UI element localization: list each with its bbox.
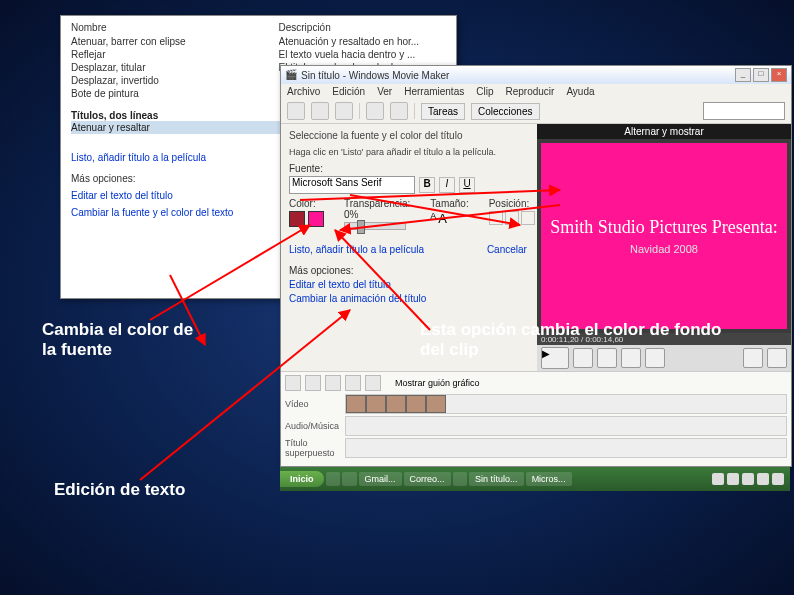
list-item[interactable]: Reflejar [71,48,239,61]
show-storyboard-button[interactable]: Mostrar guión gráfico [395,378,480,388]
window-title: Sin título - Windows Movie Maker [301,70,449,81]
taskbar-item[interactable] [453,472,468,486]
tray-icon[interactable] [742,473,754,485]
task-subtext: Haga clic en 'Listo' para añadir el títu… [289,147,529,157]
preview-line2: Navidad 2008 [630,243,698,255]
menubar: Archivo Edición Ver Herramientas Clip Re… [281,84,791,99]
system-tray [706,471,790,487]
edit-text-option-link[interactable]: Editar el texto del título [289,279,529,290]
list-item[interactable]: Desplazar, titular [71,61,239,74]
video-track[interactable] [345,394,787,414]
col-header-name: Nombre [71,22,239,33]
annotation-edit-text: Edición de texto [54,480,254,500]
save-icon[interactable] [335,102,353,120]
clip-thumb[interactable] [406,395,426,413]
list-item[interactable]: Desplazar, invertido [71,74,239,87]
redo-icon[interactable] [390,102,408,120]
done-link[interactable]: Listo, añadir título a la película [289,244,424,255]
size-increase-icon[interactable]: A [438,211,447,226]
tl-tool-icon[interactable] [365,375,381,391]
col-header-desc: Descripción [279,22,447,33]
zoom-in-icon[interactable] [285,375,301,391]
preview-line1: Smith Studio Pictures Presenta: [550,217,778,239]
size-decrease-icon[interactable]: A [430,211,436,226]
clip-thumb[interactable] [346,395,366,413]
tl-tool-icon[interactable] [345,375,361,391]
menu-item[interactable]: Reproducir [505,86,554,97]
open-icon[interactable] [311,102,329,120]
tray-icon[interactable] [772,473,784,485]
list-item: El texto vuela hacia dentro y ... [279,48,447,61]
taskbar-item[interactable]: Correo... [404,472,451,486]
align-center-icon[interactable] [505,211,519,225]
bg-color-swatch[interactable] [308,211,324,227]
change-animation-option-link[interactable]: Cambiar la animación del título [289,293,529,304]
tl-tool-icon[interactable] [325,375,341,391]
menu-item[interactable]: Ayuda [566,86,594,97]
timeline: Mostrar guión gráfico Vídeo Audio/Música… [281,371,791,466]
snapshot-button[interactable] [767,348,787,368]
tasks-button[interactable]: Tareas [421,103,465,120]
start-button[interactable]: Inicio [280,471,324,487]
size-label: Tamaño: [430,198,468,209]
overlay-track-label: Título superpuesto [285,438,345,458]
align-right-icon[interactable] [521,211,535,225]
taskbar-item[interactable]: Micros... [526,472,572,486]
window-titlebar[interactable]: 🎬 Sin título - Windows Movie Maker _ □ × [281,66,791,84]
clip-thumb[interactable] [426,395,446,413]
preview-screen: Smith Studio Pictures Presenta: Navidad … [541,143,787,329]
underline-button[interactable]: U [459,177,475,193]
maximize-button[interactable]: □ [753,68,769,82]
menu-item[interactable]: Herramientas [404,86,464,97]
split-button[interactable] [743,348,763,368]
zoom-out-icon[interactable] [305,375,321,391]
taskbar-item[interactable] [326,472,341,486]
annotation-change-font-color: Cambia el color de la fuente [42,320,212,361]
windows-taskbar: Inicio Gmail... Correo... Sin título... … [280,467,790,491]
toolbar: Tareas Colecciones [281,99,791,124]
undo-icon[interactable] [366,102,384,120]
audio-track[interactable] [345,416,787,436]
new-project-icon[interactable] [287,102,305,120]
more-options-header: Más opciones: [289,265,529,276]
audio-track-label: Audio/Música [285,421,345,431]
collection-dropdown[interactable] [703,102,785,120]
font-select[interactable]: Microsoft Sans Serif [289,176,415,194]
tray-icon[interactable] [757,473,769,485]
movie-maker-window: 🎬 Sin título - Windows Movie Maker _ □ ×… [280,65,792,467]
color-label: Color: [289,198,324,209]
transparency-slider[interactable] [344,222,406,230]
transparency-label: Transparencia: 0% [344,198,410,220]
task-instruction: Seleccione la fuente y el color del títu… [289,130,529,141]
minimize-button[interactable]: _ [735,68,751,82]
list-item[interactable]: Bote de pintura [71,87,239,100]
list-item: Atenuación y resaltado en hor... [279,35,447,48]
menu-item[interactable]: Clip [476,86,493,97]
video-track-label: Vídeo [285,399,345,409]
collections-button[interactable]: Colecciones [471,103,539,120]
font-label: Fuente: [289,163,529,174]
taskbar-item[interactable] [342,472,357,486]
cancel-link[interactable]: Cancelar [487,244,527,255]
taskbar-item[interactable]: Sin título... [469,472,524,486]
tray-icon[interactable] [727,473,739,485]
italic-button[interactable]: I [439,177,455,193]
close-button[interactable]: × [771,68,787,82]
menu-item[interactable]: Edición [332,86,365,97]
taskbar-item[interactable]: Gmail... [359,472,402,486]
tray-icon[interactable] [712,473,724,485]
menu-item[interactable]: Ver [377,86,392,97]
list-item[interactable]: Atenuar, barrer con elipse [71,35,239,48]
position-label: Posición: [489,198,535,209]
separator [359,103,360,119]
clip-thumb[interactable] [366,395,386,413]
clip-thumb[interactable] [386,395,406,413]
bold-button[interactable]: B [419,177,435,193]
overlay-track[interactable] [345,438,787,458]
menu-item[interactable]: Archivo [287,86,320,97]
align-left-icon[interactable] [489,211,503,225]
font-color-swatch[interactable] [289,211,305,227]
app-icon: 🎬 [285,69,297,81]
annotation-change-bg-color: Esta opción cambia el color de fondo del… [420,320,730,361]
animation-names-list: Atenuar, barrer con elipse Reflejar Desp… [71,35,239,100]
